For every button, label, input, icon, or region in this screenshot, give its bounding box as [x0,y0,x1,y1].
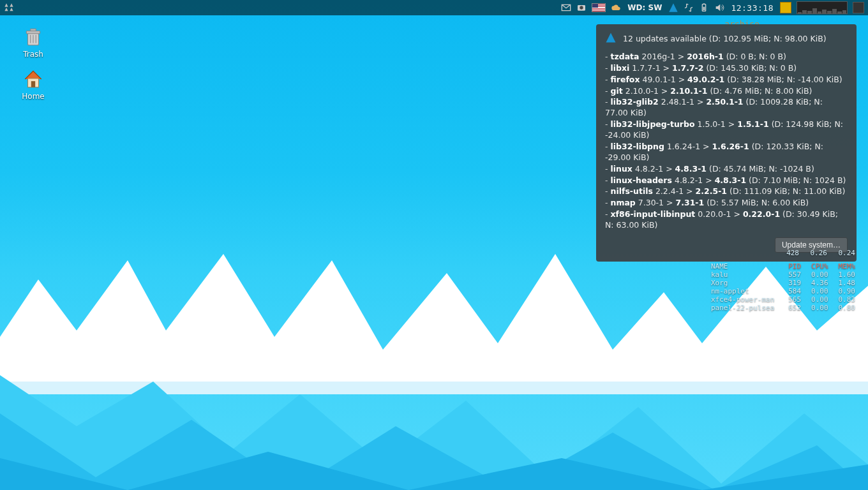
system-monitor-overlay: 428 0.26 0.24 NAME PID CPU% MEM% kalu557… [710,249,857,312]
top-panel: WD: SW 12:33:18 [0,0,868,15]
svg-marker-3 [0,413,868,490]
svg-rect-11 [26,31,40,33]
update-row: - lib32-glib2 2.48.1-1 > 2.50.1-1 (D: 10… [605,97,848,119]
svg-marker-1 [0,382,868,394]
home-icon [22,68,45,91]
desktop-icons: Trash Home [13,26,54,110]
notification-title: 12 updates available (D: 102.95 MiB; N: … [623,34,827,45]
desktop-icon-home[interactable]: Home [13,68,54,101]
volume-icon[interactable] [712,0,727,15]
battery-icon[interactable] [696,0,712,15]
desktop-icon-label: Trash [13,50,54,59]
process-row: Xorg3194.361.48 [710,279,857,287]
svg-rect-8 [703,3,705,4]
update-row: - libxi 1.7.7-1 > 1.7.7-2 (D: 145.30 KiB… [605,63,848,74]
desktop-icon-trash[interactable]: Trash [13,26,54,59]
desktop-icon-label: Home [13,92,54,101]
process-row: panel-22-pulsea6520.000.80 [710,304,857,312]
svg-marker-4 [0,452,868,490]
svg-rect-17 [31,81,35,87]
updates-notification: 12 updates available (D: 102.95 MiB; N: … [596,24,857,262]
conky-stats-row: 428 0.26 0.24 [710,249,857,257]
svg-rect-9 [703,7,705,10]
conky-headers: NAME PID CPU% MEM% [710,262,857,271]
cpu-monitor[interactable] [794,0,850,15]
update-row: - linux-headers 4.8.2-1 > 4.8.3-1 (D: 7.… [605,175,848,186]
process-row: kalu5570.001.60 [710,271,857,279]
trash-icon [22,26,45,48]
process-row: xfce4-power-man5650.000.83 [710,295,857,304]
network-icon[interactable] [681,0,696,15]
svg-marker-2 [0,375,868,490]
update-row: - nmap 7.30-1 > 7.31-1 (D: 5.57 MiB; N: … [605,198,848,209]
clock[interactable]: 12:33:18 [727,0,777,15]
update-row: - lib32-libpng 1.6.24-1 > 1.6.26-1 (D: 1… [605,142,848,163]
update-row: - nilfs-utils 2.2.4-1 > 2.2.5-1 (D: 111.… [605,186,848,197]
arch-updates-icon[interactable] [666,0,681,15]
svg-rect-12 [31,29,36,31]
updates-list: - tzdata 2016g-1 > 2016h-1 (D: 0 B; N: 0… [605,52,848,231]
cloud-weather-icon[interactable] [608,0,624,15]
update-row: - xf86-input-libinput 0.20.0-1 > 0.22.0-… [605,209,848,231]
svg-point-6 [580,6,583,9]
app-menu-icon[interactable] [1,0,17,15]
update-row: - lib32-libjpeg-turbo 1.5.0-1 > 1.5.1-1 … [605,119,848,141]
update-row: - linux 4.8.2-1 > 4.8.3-1 (D: 45.74 MiB;… [605,164,848,175]
color-swatch-icon[interactable] [777,0,794,15]
process-row: nm-applet5840.000.90 [710,287,857,295]
show-desktop-icon[interactable] [850,0,867,15]
update-row: - tzdata 2016g-1 > 2016h-1 (D: 0 B; N: 0… [605,52,848,63]
update-row: - git 2.10.0-1 > 2.10.1-1 (D: 4.76 MiB; … [605,86,848,97]
arch-icon [605,32,617,47]
camera-icon[interactable] [574,0,589,15]
keyboard-layout-flag[interactable] [589,0,608,15]
update-row: - firefox 49.0.1-1 > 49.0.2-1 (D: 38.28 … [605,75,848,85]
weather-text[interactable]: WD: SW [624,0,666,15]
mail-icon[interactable] [558,0,574,15]
